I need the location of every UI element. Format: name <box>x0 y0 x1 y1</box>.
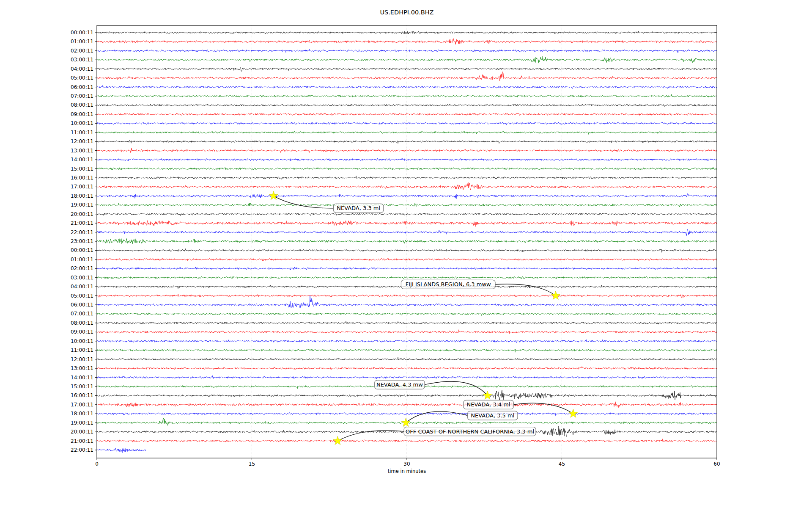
y-tick-label: 19:00:11 <box>71 202 93 208</box>
y-tick-label: 06:00:11 <box>71 302 93 308</box>
trace-row-46 <box>97 448 146 453</box>
y-tick-label: 13:00:11 <box>71 365 93 371</box>
y-tick-label: 13:00:11 <box>71 148 93 154</box>
event-annotation: FIJI ISLANDS REGION, 6.3 mww <box>401 280 560 299</box>
trace-row-17 <box>97 182 717 190</box>
y-tick-label: 09:00:11 <box>71 111 93 117</box>
annotation-label: NEVADA, 3.5 ml <box>471 412 514 419</box>
y-tick-label: 16:00:11 <box>71 392 93 398</box>
trace-row-29 <box>97 294 717 298</box>
annotation-label: OFF COAST OF NORTHERN CALIFORNIA, 3.3 ml <box>406 428 534 435</box>
y-tick-label: 16:00:11 <box>71 175 93 181</box>
annotation-connector <box>495 284 556 296</box>
y-tick-label: 11:00:11 <box>71 347 93 353</box>
y-tick-label: 01:00:11 <box>71 39 93 44</box>
annotation-connector <box>425 381 488 395</box>
trace-row-4 <box>97 68 717 72</box>
y-tick-label: 20:00:11 <box>71 211 93 217</box>
y-tick-label: 22:00:11 <box>71 447 93 453</box>
trace-row-32 <box>97 321 717 324</box>
trace-row-0 <box>97 31 717 34</box>
y-tick-label: 05:00:11 <box>71 75 93 81</box>
annotation-label: NEVADA, 3.3 ml <box>337 205 380 211</box>
trace-row-38 <box>97 375 717 379</box>
y-tick-label: 02:00:11 <box>71 48 93 54</box>
annotation-label: NEVADA, 4.3 mw <box>376 381 423 388</box>
annotations-layer: NEVADA, 3.3 mlFIJI ISLANDS REGION, 6.3 m… <box>269 191 578 445</box>
y-tick-label: 06:00:11 <box>71 84 93 90</box>
event-star-icon <box>551 291 560 300</box>
y-tick-label: 15:00:11 <box>71 166 93 172</box>
trace-row-23 <box>97 239 717 244</box>
y-tick-label: 05:00:11 <box>71 293 93 299</box>
y-tick-label: 21:00:11 <box>71 438 93 444</box>
y-tick-label: 12:00:11 <box>71 138 93 144</box>
y-tick-label: 18:00:11 <box>71 193 93 199</box>
event-star-icon <box>569 409 578 417</box>
y-tick-label: 04:00:11 <box>71 284 93 290</box>
y-tick-label: 18:00:11 <box>71 411 93 417</box>
y-tick-label: 12:00:11 <box>71 356 93 362</box>
x-tick-label: 60 <box>713 461 720 467</box>
event-star-icon <box>401 418 410 427</box>
y-tick-label: 07:00:11 <box>71 93 93 99</box>
annotation-label: NEVADA, 3.4 ml <box>467 401 510 408</box>
y-tick-label: 08:00:11 <box>71 320 93 326</box>
y-tick-label: 15:00:11 <box>71 384 93 389</box>
event-annotation: NEVADA, 4.3 mw <box>375 380 492 399</box>
y-tick-label: 00:00:11 <box>71 247 93 253</box>
y-tick-label: 03:00:11 <box>71 57 93 63</box>
seismogram-figure: US.EDHPI.00.BHZ 01530456000:00:1101:00:1… <box>0 0 812 508</box>
y-tick-label: 02:00:11 <box>71 265 93 271</box>
y-tick-label: 04:00:11 <box>71 66 93 72</box>
y-tick-label: 01:00:11 <box>71 257 93 262</box>
y-tick-label: 23:00:11 <box>71 238 93 244</box>
x-tick-label: 0 <box>95 461 99 467</box>
y-tick-label: 07:00:11 <box>71 311 93 317</box>
event-annotation: NEVADA, 3.3 ml <box>269 191 384 213</box>
y-tick-label: 19:00:11 <box>71 420 93 426</box>
x-tick-label: 45 <box>559 461 565 467</box>
y-tick-label: 09:00:11 <box>71 329 93 335</box>
x-tick-label: 30 <box>403 461 410 467</box>
axes-layer: 01530456000:00:1101:00:1102:00:1103:00:1… <box>71 25 720 467</box>
y-tick-label: 17:00:11 <box>71 402 93 408</box>
event-star-icon <box>333 436 342 445</box>
event-star-icon <box>269 191 278 200</box>
seismogram-canvas: US.EDHPI.00.BHZ 01530456000:00:1101:00:1… <box>0 0 812 508</box>
y-tick-label: 00:00:11 <box>71 30 93 36</box>
y-tick-label: 20:00:11 <box>71 429 93 435</box>
figure-title: US.EDHPI.00.BHZ <box>380 9 433 16</box>
y-tick-label: 11:00:11 <box>71 130 93 135</box>
y-tick-label: 17:00:11 <box>71 184 93 190</box>
y-tick-label: 03:00:11 <box>71 275 93 281</box>
traces-layer <box>97 31 717 453</box>
y-tick-label: 21:00:11 <box>71 220 93 226</box>
y-tick-label: 22:00:11 <box>71 229 93 235</box>
event-annotation: OFF COAST OF NORTHERN CALIFORNIA, 3.3 ml <box>333 427 536 445</box>
trace-row-19 <box>97 203 717 207</box>
y-tick-label: 14:00:11 <box>71 157 93 163</box>
y-tick-label: 08:00:11 <box>71 102 93 108</box>
y-tick-label: 10:00:11 <box>71 120 93 126</box>
event-annotation: NEVADA, 3.5 ml <box>401 411 518 427</box>
annotation-label: FIJI ISLANDS REGION, 6.3 mww <box>406 281 491 287</box>
x-axis-label: time in minutes <box>388 468 426 474</box>
y-tick-label: 10:00:11 <box>71 338 93 344</box>
x-tick-label: 15 <box>249 461 255 467</box>
annotation-connector <box>274 196 334 208</box>
y-tick-label: 14:00:11 <box>71 375 93 381</box>
